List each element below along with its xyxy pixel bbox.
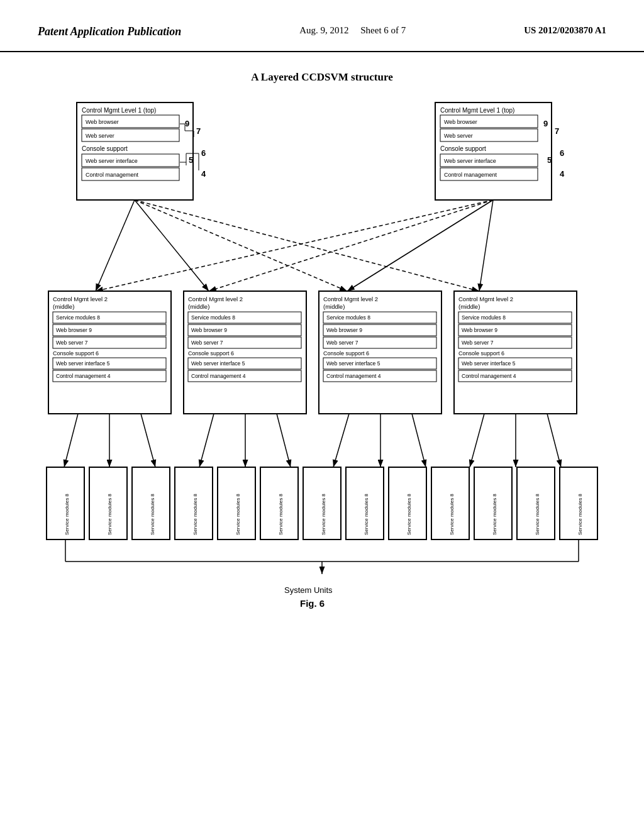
- svg-line-115: [470, 414, 484, 467]
- svg-text:Service modules 8: Service modules 8: [150, 494, 155, 535]
- sheet-info: Sheet 6 of 7: [360, 25, 406, 35]
- svg-text:Console support 6: Console support 6: [188, 350, 234, 357]
- svg-text:(middle): (middle): [188, 303, 209, 310]
- svg-text:Fig. 6: Fig. 6: [300, 598, 325, 609]
- svg-text:7: 7: [196, 126, 201, 136]
- svg-text:Service modules 8: Service modules 8: [492, 494, 497, 535]
- page-header: Patent Application Publication Aug. 9, 2…: [0, 0, 644, 52]
- svg-text:Web server interface 5: Web server interface 5: [56, 360, 110, 367]
- patent-number: US 2012/0203870 A1: [524, 25, 606, 36]
- svg-text:Control Mgmt Level 1 (top): Control Mgmt Level 1 (top): [82, 107, 156, 114]
- svg-text:Web server interface 5: Web server interface 5: [326, 360, 380, 367]
- svg-text:Control management: Control management: [444, 172, 497, 178]
- svg-text:Service modules 8: Service modules 8: [191, 314, 235, 321]
- svg-text:Web server interface: Web server interface: [444, 158, 496, 164]
- svg-line-114: [412, 414, 426, 467]
- svg-text:Control management 4: Control management 4: [462, 373, 516, 379]
- svg-line-109: [199, 414, 214, 467]
- svg-text:Web server interface 5: Web server interface 5: [191, 360, 245, 367]
- svg-line-42: [96, 200, 135, 291]
- svg-text:Web browser: Web browser: [444, 119, 477, 125]
- svg-text:Service modules 8: Service modules 8: [192, 494, 198, 535]
- svg-line-43: [135, 200, 209, 291]
- svg-text:Control Mgmt Level 1 (top): Control Mgmt Level 1 (top): [440, 107, 514, 114]
- svg-text:Web browser 9: Web browser 9: [462, 327, 497, 333]
- svg-text:(middle): (middle): [53, 303, 74, 310]
- svg-line-46: [96, 200, 493, 291]
- svg-text:Service modules 8: Service modules 8: [449, 494, 455, 535]
- svg-text:Control Mgmt level 2: Control Mgmt level 2: [188, 296, 243, 302]
- svg-text:Web server: Web server: [86, 133, 114, 139]
- diagram-svg: Control Mgmt Level 1 (top) Web browser W…: [39, 96, 605, 694]
- svg-line-44: [135, 200, 347, 291]
- svg-text:Web server 7: Web server 7: [56, 340, 88, 346]
- svg-text:Service modules 8: Service modules 8: [462, 314, 506, 321]
- svg-text:Web browser 9: Web browser 9: [56, 327, 92, 333]
- svg-text:Service modules 8: Service modules 8: [364, 494, 369, 535]
- diagram-container: A Layered CCDSVM structure Control Mgmt …: [0, 52, 644, 712]
- svg-text:6: 6: [560, 148, 564, 158]
- svg-text:Service modules 8: Service modules 8: [64, 494, 70, 535]
- svg-text:Console support 6: Console support 6: [323, 350, 369, 357]
- svg-text:Console support: Console support: [82, 145, 128, 152]
- svg-text:9: 9: [543, 119, 548, 128]
- svg-text:Control management 4: Control management 4: [326, 373, 381, 379]
- svg-text:Web server interface 5: Web server interface 5: [462, 360, 516, 367]
- svg-text:7: 7: [555, 126, 559, 136]
- svg-line-112: [333, 414, 349, 467]
- svg-text:Web server 7: Web server 7: [191, 340, 223, 346]
- svg-line-117: [547, 414, 561, 467]
- svg-text:4: 4: [560, 169, 565, 179]
- svg-text:Web browser: Web browser: [86, 119, 119, 125]
- svg-text:Console support: Console support: [440, 145, 486, 152]
- svg-text:Service modules 8: Service modules 8: [278, 494, 284, 535]
- diagram-title: A Layered CCDSVM structure: [251, 71, 393, 84]
- svg-text:Service modules 8: Service modules 8: [535, 494, 540, 535]
- svg-text:Web server: Web server: [444, 133, 473, 139]
- svg-text:5: 5: [547, 155, 552, 165]
- pub-date: Aug. 9, 2012: [299, 25, 348, 35]
- svg-text:Web server interface: Web server interface: [86, 158, 138, 164]
- svg-line-106: [64, 414, 78, 467]
- svg-text:Control Mgmt level 2: Control Mgmt level 2: [458, 296, 513, 302]
- svg-text:5: 5: [189, 155, 193, 165]
- svg-text:9: 9: [185, 119, 189, 128]
- svg-line-48: [347, 200, 493, 291]
- svg-text:Control management 4: Control management 4: [56, 373, 111, 379]
- svg-text:Service modules 8: Service modules 8: [406, 494, 412, 535]
- svg-text:Service modules 8: Service modules 8: [326, 314, 370, 321]
- svg-text:6: 6: [201, 148, 206, 158]
- svg-text:System Units: System Units: [284, 585, 333, 595]
- svg-text:Service modules 8: Service modules 8: [321, 494, 326, 535]
- svg-text:Web browser 9: Web browser 9: [326, 327, 362, 333]
- svg-text:Web server 7: Web server 7: [462, 340, 494, 346]
- publication-title: Patent Application Publication: [38, 25, 181, 38]
- svg-text:Service modules 8: Service modules 8: [56, 314, 100, 321]
- svg-text:Console support 6: Console support 6: [53, 350, 99, 357]
- svg-text:Service modules 8: Service modules 8: [235, 494, 241, 535]
- svg-text:Web server 7: Web server 7: [326, 340, 358, 346]
- svg-text:Console support 6: Console support 6: [458, 350, 504, 357]
- svg-text:Web browser 9: Web browser 9: [191, 327, 227, 333]
- svg-text:4: 4: [201, 169, 206, 179]
- svg-text:(middle): (middle): [323, 303, 345, 310]
- svg-line-111: [277, 414, 291, 467]
- header-center: Aug. 9, 2012 Sheet 6 of 7: [299, 25, 406, 36]
- svg-line-47: [209, 200, 493, 291]
- svg-line-45: [135, 200, 479, 291]
- svg-line-49: [479, 200, 493, 291]
- svg-text:Service modules 8: Service modules 8: [577, 494, 583, 535]
- svg-text:Control management 4: Control management 4: [191, 373, 246, 379]
- svg-text:(middle): (middle): [458, 303, 480, 310]
- svg-text:Service modules 8: Service modules 8: [107, 494, 113, 535]
- svg-text:Control Mgmt level 2: Control Mgmt level 2: [53, 296, 108, 302]
- svg-line-108: [141, 414, 155, 467]
- svg-text:Control Mgmt level 2: Control Mgmt level 2: [323, 296, 378, 302]
- svg-text:Control management: Control management: [86, 172, 139, 178]
